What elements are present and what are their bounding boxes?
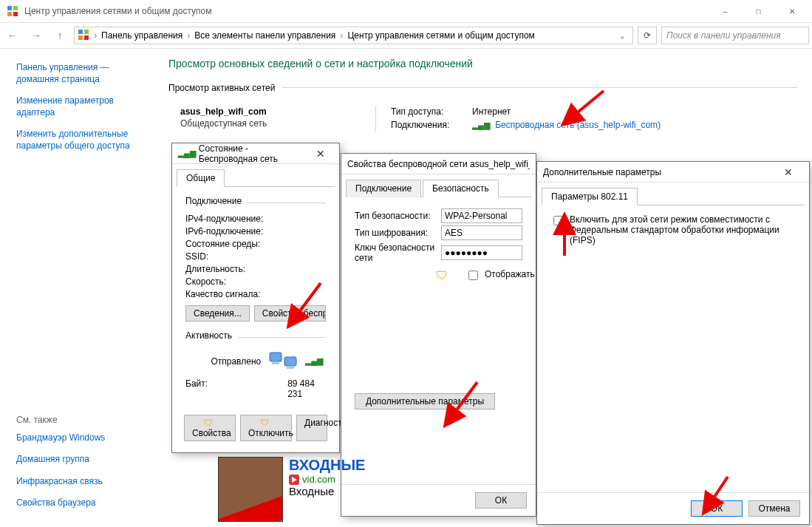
fips-checkbox[interactable]: Включить для этой сети режим совместимос… bbox=[550, 214, 796, 245]
active-networks-label: Просмотр активных сетей bbox=[168, 83, 275, 93]
sidebar-link-homegroup[interactable]: Домашняя группа bbox=[16, 454, 146, 466]
search-input[interactable]: Поиск в панели управления bbox=[661, 27, 809, 44]
maximize-button[interactable]: □ bbox=[742, 1, 775, 21]
sidebar-link-sharing[interactable]: Изменить дополнительные параметры общего… bbox=[16, 129, 146, 152]
addr-icon bbox=[78, 29, 89, 43]
network-kind: Общедоступная сеть bbox=[180, 118, 375, 129]
up-button[interactable]: ↑ bbox=[50, 26, 69, 45]
connections-label: Подключения: bbox=[391, 120, 472, 130]
svg-rect-11 bbox=[284, 357, 296, 366]
sidebar-link-ir[interactable]: Инфракрасная связь bbox=[16, 476, 146, 488]
svg-rect-1 bbox=[13, 6, 18, 10]
ok-button[interactable]: ОК bbox=[475, 492, 527, 509]
activity-group: Активность bbox=[185, 330, 232, 341]
window-titlebar: Центр управления сетями и общим доступом… bbox=[0, 0, 812, 22]
properties-button[interactable]: 🛡Свойства bbox=[184, 415, 236, 441]
close-icon[interactable]: ✕ bbox=[309, 148, 333, 160]
details-button[interactable]: Сведения... bbox=[185, 305, 250, 322]
svg-rect-6 bbox=[78, 35, 83, 40]
ipv6-label: IPv6-подключение: bbox=[185, 226, 304, 237]
signal-label: Качество сигнала: bbox=[185, 289, 304, 299]
access-type-value: Интернет bbox=[472, 106, 511, 117]
tab-general[interactable]: Общие bbox=[177, 169, 225, 187]
search-placeholder: Поиск в панели управления bbox=[666, 30, 781, 41]
status-dialog: ▂▄▆ Состояние - Беспроводная сеть ✕ Общи… bbox=[171, 143, 340, 453]
cancel-button[interactable]: Отмена bbox=[748, 500, 800, 517]
shield-icon: 🛡 bbox=[260, 418, 269, 428]
ad-title[interactable]: ВХОДНЫЕ bbox=[289, 457, 365, 474]
svg-rect-10 bbox=[270, 353, 282, 361]
ipv4-label: IPv4-подключение: bbox=[185, 214, 304, 224]
network-name: asus_help_wifi_com bbox=[180, 106, 375, 117]
connection-link[interactable]: Беспроводная сеть (asus_help-wifi_com) bbox=[495, 120, 661, 130]
ad-block: ВХОДНЫЕ vid.com Входные bbox=[218, 457, 365, 522]
page-heading: Просмотр основных сведений о сети и наст… bbox=[168, 58, 797, 69]
svg-rect-2 bbox=[7, 12, 12, 16]
security-key-label: Ключ безопасности сети bbox=[355, 242, 435, 263]
svg-rect-7 bbox=[84, 35, 89, 40]
sidebar-link-adapter[interactable]: Изменение параметров адаптера bbox=[16, 95, 146, 118]
fips-label: Включить для этой сети режим совместимос… bbox=[570, 214, 796, 245]
ad-image[interactable] bbox=[218, 457, 283, 522]
sidebar-link-browser[interactable]: Свойства браузера bbox=[16, 497, 146, 509]
breadcrumb-sep: › bbox=[94, 30, 97, 41]
tab-connection[interactable]: Подключение bbox=[346, 180, 421, 197]
advanced-dialog-title: Дополнительные параметры ✕ bbox=[537, 162, 809, 183]
tab-security[interactable]: Безопасность bbox=[423, 180, 499, 197]
status-dialog-title: ▂▄▆ Состояние - Беспроводная сеть ✕ bbox=[172, 143, 339, 164]
wifi-signal-icon: ▂▄▆ bbox=[178, 149, 196, 158]
svg-rect-3 bbox=[13, 12, 18, 16]
encryption-type-label: Тип шифрования: bbox=[355, 228, 435, 238]
forward-button[interactable]: → bbox=[27, 26, 46, 45]
window-title: Центр управления сетями и общим доступом bbox=[24, 6, 709, 16]
address-dropdown[interactable]: ⌄ bbox=[615, 32, 630, 40]
speed-label: Скорость: bbox=[185, 276, 304, 287]
security-type-select[interactable]: WPA2-Personal bbox=[441, 208, 522, 223]
breadcrumb-item[interactable]: Панель управления bbox=[101, 30, 182, 41]
ok-button[interactable]: ОК bbox=[691, 500, 743, 517]
connection-group: Подключение bbox=[185, 196, 242, 206]
svg-rect-12 bbox=[272, 361, 279, 364]
wifi-signal-icon: ▂▄▆ bbox=[305, 356, 323, 366]
ssid-label: SSID: bbox=[185, 251, 304, 262]
bytes-value: 89 484 231 bbox=[287, 378, 326, 399]
wifi-signal-icon: ▂▄▆ bbox=[472, 120, 490, 129]
security-type-label: Тип безопасности: bbox=[355, 211, 435, 221]
sidebar-link-firewall[interactable]: Брандмауэр Windows bbox=[16, 432, 146, 444]
advanced-settings-button[interactable]: Дополнительные параметры bbox=[355, 393, 495, 409]
refresh-button[interactable]: ⟳ bbox=[638, 27, 657, 44]
minimize-button[interactable]: – bbox=[709, 1, 742, 21]
toolbar: ← → ↑ › Панель управления › Все элементы… bbox=[0, 22, 812, 49]
breadcrumb-item[interactable]: Все элементы панели управления bbox=[194, 30, 335, 41]
address-bar[interactable]: › Панель управления › Все элементы панел… bbox=[74, 27, 633, 44]
ad-subtitle: Входные bbox=[289, 485, 365, 497]
ad-site[interactable]: vid.com bbox=[302, 474, 335, 485]
svg-rect-0 bbox=[7, 6, 12, 10]
diagnose-button[interactable]: Диагностика bbox=[296, 415, 327, 441]
bytes-label: Байт: bbox=[185, 378, 287, 399]
activity-icon bbox=[268, 348, 298, 372]
media-state-label: Состояние среды: bbox=[185, 239, 304, 249]
close-icon[interactable]: ✕ bbox=[774, 166, 803, 178]
sidebar-link-home[interactable]: Панель управления — домашняя страница bbox=[16, 62, 146, 85]
svg-rect-5 bbox=[84, 30, 89, 34]
sidebar: Панель управления — домашняя страница Из… bbox=[0, 49, 155, 527]
shield-icon: 🛡 bbox=[436, 269, 448, 282]
svg-rect-4 bbox=[78, 30, 83, 34]
tab-80211[interactable]: Параметры 802.11 bbox=[542, 188, 638, 205]
close-button[interactable]: ✕ bbox=[775, 1, 808, 21]
access-type-label: Тип доступа: bbox=[391, 106, 472, 117]
shield-icon: 🛡 bbox=[204, 418, 213, 428]
disable-button[interactable]: 🛡Отключить bbox=[240, 415, 292, 441]
breadcrumb-sep: › bbox=[187, 30, 190, 41]
breadcrumb-item[interactable]: Центр управления сетями и общим доступом bbox=[347, 30, 535, 41]
breadcrumb-sep: › bbox=[340, 30, 343, 41]
duration-label: Длительность: bbox=[185, 264, 304, 274]
wireless-properties-button[interactable]: Свойства беспроводной сети bbox=[254, 305, 326, 322]
sent-label: Отправлено bbox=[185, 356, 261, 367]
advanced-settings-dialog: Дополнительные параметры ✕ Параметры 802… bbox=[536, 161, 810, 525]
encryption-type-select[interactable]: AES bbox=[441, 225, 522, 240]
security-key-input[interactable]: ●●●●●●●● bbox=[441, 245, 522, 260]
back-button[interactable]: ← bbox=[3, 26, 22, 45]
wprops-dialog-title: Свойства беспроводной сети asus_help_wif… bbox=[341, 154, 536, 174]
